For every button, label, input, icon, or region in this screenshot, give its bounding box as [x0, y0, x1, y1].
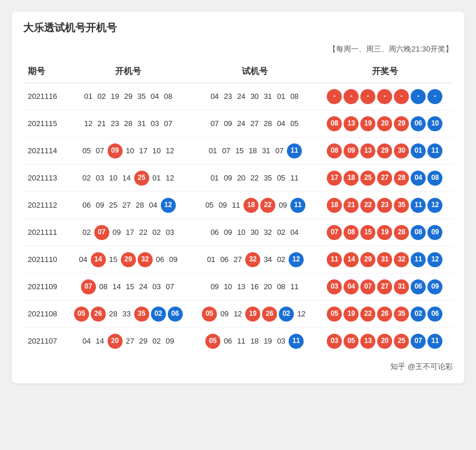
cell-kaiji: 06092527280412	[64, 192, 193, 219]
cell-shiji: 06091030320204	[193, 219, 317, 246]
table-row: 20211160102192935040804232430310108-----…	[23, 83, 453, 110]
table-header-row: 期号 开机号 试机号 开奖号	[23, 60, 453, 83]
table-row: 2021114050709101710120107151831071108091…	[23, 138, 453, 165]
cell-shiji: 05091219260212	[193, 301, 317, 328]
col-header-id: 期号	[23, 60, 64, 83]
table-row: 2021107041420272902090506111819031103051…	[23, 328, 453, 355]
cell-shiji: 01062732340212	[193, 246, 317, 274]
table-row: 2021112060925272804120509111822091118212…	[23, 192, 453, 219]
cell-kaijang: 05192226350206	[317, 301, 453, 328]
table-row: 2021111020709172202030609103032020407081…	[23, 219, 453, 246]
cell-kaijang: 08131920290610	[317, 110, 453, 138]
cell-kaijang: 07081519280809	[317, 219, 453, 246]
cell-period-id: 2021115	[23, 110, 64, 138]
cell-shiji: 09101316200811	[193, 274, 317, 301]
cell-kaiji: 05262833350206	[64, 301, 193, 328]
cell-period-id: 2021108	[23, 301, 64, 328]
cell-period-id: 2021113	[23, 165, 64, 192]
cell-period-id: 2021107	[23, 328, 64, 355]
cell-kaiji: 05070910171012	[64, 138, 193, 165]
cell-shiji: 01071518310711	[193, 138, 317, 165]
main-container: 大乐透试机号开机号 【每周一、周三、周六晚21:30开奖】 期号 开机号 试机号…	[12, 12, 464, 383]
cell-kaijang: 17182527280408	[317, 165, 453, 192]
cell-kaiji: 02070917220203	[64, 219, 193, 246]
table-row: 2021109070814152403070910131620081103040…	[23, 274, 453, 301]
col-header-shiji: 试机号	[193, 60, 317, 83]
cell-shiji: 05061118190311	[193, 328, 317, 355]
table-row: 2021110041415293206090106273234021211142…	[23, 246, 453, 274]
table-row: 2021108052628333502060509121926021205192…	[23, 301, 453, 328]
cell-kaiji: 12212328310307	[64, 110, 193, 138]
table-row: 2021113020310142501120109202235051117182…	[23, 165, 453, 192]
cell-kaiji: 01021929350408	[64, 83, 193, 110]
cell-period-id: 2021111	[23, 219, 64, 246]
cell-kaiji: 04142027290209	[64, 328, 193, 355]
cell-period-id: 2021114	[23, 138, 64, 165]
cell-shiji: 04232430310108	[193, 83, 317, 110]
cell-kaijang: 03051320250711	[317, 328, 453, 355]
cell-kaiji: 04141529320609	[64, 246, 193, 274]
cell-period-id: 2021116	[23, 83, 64, 110]
cell-kaiji: 07081415240307	[64, 274, 193, 301]
cell-shiji: 01092022350511	[193, 165, 317, 192]
cell-shiji: 05091118220911	[193, 192, 317, 219]
cell-period-id: 2021112	[23, 192, 64, 219]
lottery-table: 期号 开机号 试机号 开奖号 2021116010219293504080423…	[23, 60, 453, 355]
table-row: 2021115122123283103070709242728040508131…	[23, 110, 453, 138]
page-title: 大乐透试机号开机号	[23, 21, 453, 39]
watermark: 知乎 @王不可论彩	[390, 362, 453, 372]
cell-kaijang: 18212223351112	[317, 192, 453, 219]
cell-kaijang: 08091329300111	[317, 138, 453, 165]
schedule-note: 【每周一、周三、周六晚21:30开奖】	[23, 44, 453, 54]
cell-kaijang: 03040727310609	[317, 274, 453, 301]
cell-kaijang: -------	[317, 83, 453, 110]
cell-kaiji: 02031014250112	[64, 165, 193, 192]
col-header-kaijang: 开奖号	[317, 60, 453, 83]
cell-shiji: 07092427280405	[193, 110, 317, 138]
cell-period-id: 2021110	[23, 246, 64, 274]
col-header-kaiji: 开机号	[64, 60, 193, 83]
footer: 知乎 @王不可论彩	[23, 362, 453, 372]
cell-kaijang: 11142931321112	[317, 246, 453, 274]
cell-period-id: 2021109	[23, 274, 64, 301]
